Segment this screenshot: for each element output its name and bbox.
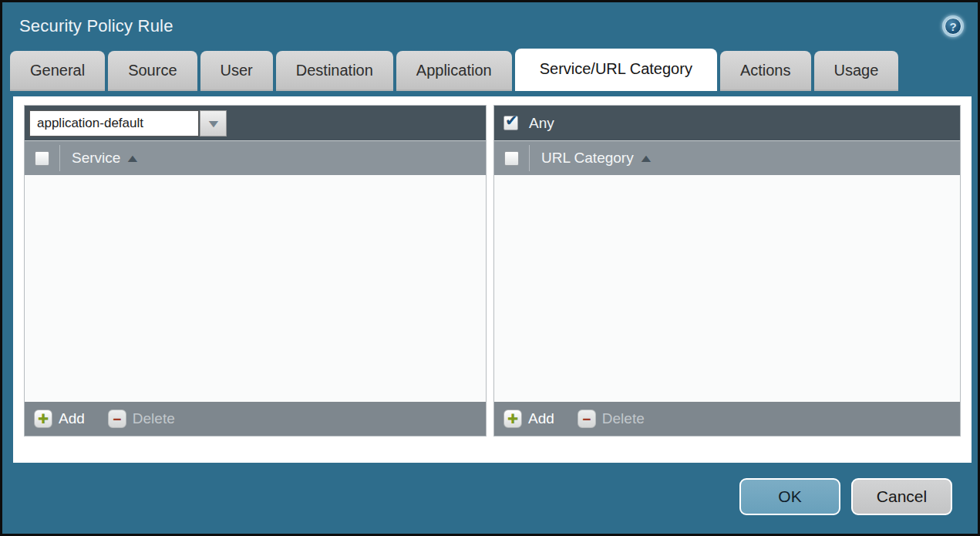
add-url-category-label: Add	[528, 410, 554, 427]
delete-service-label: Delete	[133, 410, 175, 427]
cancel-button[interactable]: Cancel	[851, 478, 952, 515]
sort-ascending-icon: ▲	[125, 152, 141, 164]
tab-user[interactable]: User	[200, 51, 273, 91]
url-category-list	[494, 175, 960, 402]
titlebar: Security Policy Rule ?	[2, 2, 978, 50]
any-checkbox-box: ✔	[503, 116, 518, 130]
service-type-dropdown[interactable]: application-default ▼	[29, 110, 227, 137]
minus-icon: −	[582, 412, 591, 426]
plus-icon: ✚	[507, 413, 518, 426]
any-checkbox-label: Any	[529, 115, 554, 132]
tab-destination[interactable]: Destination	[276, 51, 393, 91]
add-url-category-button[interactable]: ✚ Add	[503, 410, 554, 428]
sort-ascending-icon: ▲	[638, 152, 654, 164]
minus-icon: −	[113, 412, 121, 426]
dialog-title: Security Policy Rule	[19, 16, 173, 36]
service-topbar: application-default ▼	[25, 106, 486, 140]
service-select-all-cell	[25, 151, 59, 166]
url-category-column-header-row: URL Category ▲	[494, 140, 960, 175]
tab-general[interactable]: General	[10, 51, 105, 91]
help-button[interactable]: ?	[942, 15, 964, 37]
url-category-topbar: ✔ Any	[494, 106, 960, 140]
tab-content: application-default ▼ Service ▲ ✚ Add	[13, 96, 972, 463]
service-footer: ✚ Add − Delete	[25, 402, 486, 436]
delete-service-button[interactable]: − Delete	[108, 410, 175, 428]
tab-application[interactable]: Application	[396, 51, 512, 91]
check-icon: ✔	[505, 112, 518, 129]
url-category-select-all-checkbox[interactable]	[504, 151, 519, 166]
delete-url-category-button[interactable]: − Delete	[578, 410, 645, 428]
service-column-header-row: Service ▲	[25, 140, 486, 175]
dialog-actions: OK Cancel	[739, 478, 952, 515]
add-service-button[interactable]: ✚ Add	[34, 410, 85, 428]
help-icon: ?	[945, 18, 961, 35]
service-column-header[interactable]: Service	[60, 150, 120, 167]
security-policy-rule-dialog: Security Policy Rule ? General Source Us…	[0, 0, 980, 536]
service-select-all-checkbox[interactable]	[35, 151, 49, 166]
plus-icon: ✚	[38, 413, 49, 426]
service-list	[25, 175, 486, 402]
chevron-down-icon: ▼	[205, 117, 221, 130]
tab-bar: General Source User Destination Applicat…	[2, 50, 978, 91]
service-type-dropdown-value[interactable]: application-default	[29, 110, 199, 137]
url-category-panel: ✔ Any URL Category ▲ ✚ Add	[493, 105, 961, 437]
tab-service-url-category[interactable]: Service/URL Category	[515, 49, 717, 91]
service-type-dropdown-button[interactable]: ▼	[200, 110, 227, 137]
ok-button[interactable]: OK	[739, 478, 840, 515]
add-service-label: Add	[59, 410, 85, 427]
delete-url-category-label: Delete	[602, 410, 645, 427]
url-category-select-all-cell	[494, 151, 529, 166]
service-panel: application-default ▼ Service ▲ ✚ Add	[24, 105, 487, 437]
tab-actions[interactable]: Actions	[720, 51, 811, 91]
tab-usage[interactable]: Usage	[814, 51, 899, 91]
url-category-footer: ✚ Add − Delete	[494, 402, 960, 436]
tab-source[interactable]: Source	[108, 51, 197, 91]
url-category-column-header[interactable]: URL Category	[530, 150, 634, 167]
any-checkbox[interactable]: ✔ Any	[499, 115, 554, 132]
